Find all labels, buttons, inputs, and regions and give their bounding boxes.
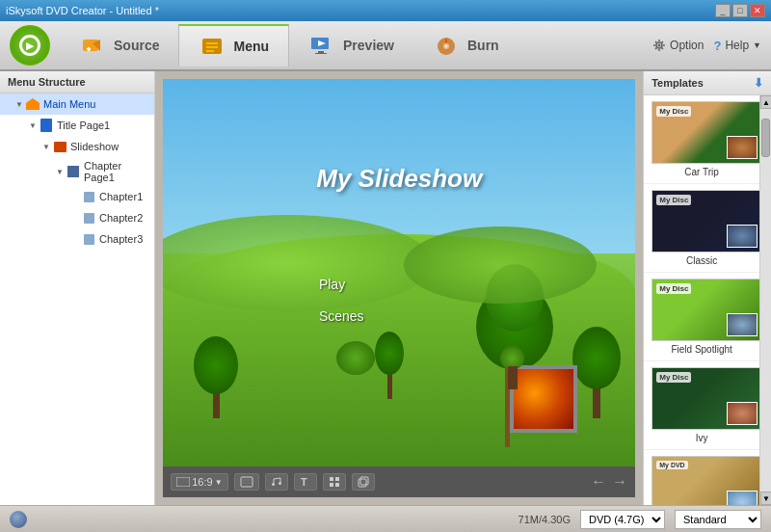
status-bar: 71M/4.30G DVD (4.7G) DVD (8.5G) Blu-ray … [0, 505, 771, 532]
mode-selector[interactable]: Standard High Quality Custom [675, 510, 761, 529]
tab-burn[interactable]: Burn [413, 24, 518, 66]
label-chapter3: Chapter3 [99, 233, 143, 245]
disc-type-select[interactable]: DVD (4.7G) DVD (8.5G) Blu-ray [580, 510, 665, 529]
template-preview-classic [727, 225, 758, 248]
template-badge-ivy: My Disc [656, 372, 691, 383]
text-button[interactable]: T [294, 473, 317, 491]
label-chapter2: Chapter2 [99, 212, 143, 224]
svg-point-12 [445, 45, 447, 47]
template-field-spotlight[interactable]: My Disc Field Spotlight [644, 273, 759, 361]
preview-scene: My Slideshow Play Scenes [163, 79, 635, 466]
tree-item-chapter-page1[interactable]: ▼ Chapter Page1 [0, 157, 154, 186]
aspect-ratio-value: 16:9 [192, 476, 212, 488]
status-left [10, 511, 27, 528]
template-ivy[interactable]: My Disc Ivy [644, 361, 759, 450]
svg-rect-8 [318, 51, 324, 53]
close-button[interactable]: ✕ [750, 4, 765, 17]
chapter-page-icon [66, 164, 81, 179]
tab-preview[interactable]: Preview [289, 24, 413, 66]
toolbar: ▶ Source Menu [0, 21, 771, 71]
svg-rect-9 [315, 53, 327, 54]
help-dropdown-icon: ▼ [753, 40, 761, 50]
preview-area: My Slideshow Play Scenes 16:9 ▼ [155, 71, 643, 505]
label-main-menu: Main Menu [43, 98, 95, 110]
label-slideshow: Slideshow [70, 141, 119, 152]
minimize-button[interactable]: _ [715, 4, 731, 17]
mode-select[interactable]: Standard High Quality Custom [675, 510, 761, 529]
svg-point-21 [279, 482, 281, 485]
tab-burn-label: Burn [467, 38, 499, 53]
template-name-car-trip: Car Trip [651, 167, 752, 177]
tree-item-title-page1[interactable]: ▼ Title Page1 [0, 115, 154, 136]
svg-rect-16 [177, 478, 189, 486]
disc-type-selector[interactable]: DVD (4.7G) DVD (8.5G) Blu-ray [580, 510, 665, 529]
tree-item-chapter1[interactable]: Chapter1 [0, 186, 154, 207]
template-dvd[interactable]: My DVD My DVD [644, 450, 759, 505]
tree-item-chapter3[interactable]: Chapter3 [0, 228, 154, 250]
help-icon: ? [713, 39, 721, 53]
template-badge-field-spotlight: My Disc [656, 283, 691, 294]
app-logo: ▶ [10, 25, 50, 66]
template-thumb-classic: My Disc [651, 190, 759, 253]
template-classic[interactable]: My Disc Classic [644, 184, 759, 273]
menu-item-play[interactable]: Play [319, 273, 364, 297]
tree-item-main-menu[interactable]: ▼ Main Menu [0, 93, 154, 115]
maximize-button[interactable]: □ [732, 4, 748, 17]
layout-button[interactable] [323, 473, 346, 491]
template-name-field-spotlight: Field Spotlight [651, 344, 752, 355]
template-name-classic: Classic [651, 255, 752, 266]
aspect-ratio-select[interactable]: 16:9 ▼ [171, 473, 227, 491]
svg-rect-27 [359, 479, 366, 487]
grid-icon [329, 476, 340, 488]
scroll-thumb[interactable] [761, 119, 770, 157]
label-chapter1: Chapter1 [99, 191, 143, 202]
title-bar-controls: _ □ ✕ [715, 4, 765, 17]
title-bar: iSkysoft DVD Creator - Untitled * _ □ ✕ [0, 0, 771, 21]
copy-button[interactable] [352, 473, 375, 491]
option-label: Option [670, 39, 704, 52]
main-content: Menu Structure ▼ Main Menu ▼ Title Page1… [0, 71, 771, 505]
tab-source[interactable]: Source [60, 24, 178, 66]
svg-rect-24 [335, 477, 339, 481]
svg-rect-28 [360, 477, 368, 485]
tab-preview-label: Preview [343, 38, 394, 53]
svg-point-14 [658, 44, 661, 47]
scroll-down-button[interactable]: ▼ [760, 492, 771, 505]
next-button[interactable]: → [612, 473, 627, 491]
arrow-main-menu: ▼ [13, 98, 25, 110]
svg-point-20 [272, 483, 275, 486]
tree-item-slideshow[interactable]: ▼ Slideshow [0, 136, 154, 157]
menu-item-scenes[interactable]: Scenes [319, 305, 364, 329]
tab-menu[interactable]: Menu [178, 24, 289, 66]
tab-source-label: Source [114, 38, 159, 53]
option-button[interactable]: Option [652, 39, 704, 52]
chapter-icon-3 [81, 231, 96, 247]
template-badge-dvd: My DVD [656, 461, 687, 469]
scroll-up-button[interactable]: ▲ [760, 95, 771, 109]
background-icon [240, 476, 253, 488]
home-icon [25, 96, 40, 112]
template-thumb-ivy: My Disc [651, 367, 759, 430]
audio-button[interactable] [265, 473, 288, 491]
background-button[interactable] [234, 473, 259, 491]
tab-menu-label: Menu [233, 39, 269, 54]
preview-icon [308, 32, 335, 59]
menu-structure-title: Menu Structure [0, 71, 154, 93]
template-preview-car-trip [727, 136, 758, 159]
thumbnail-frame [510, 365, 577, 433]
burn-icon [433, 32, 460, 59]
help-button[interactable]: ? Help ▼ [713, 39, 761, 53]
tree-item-chapter2[interactable]: Chapter2 [0, 207, 154, 228]
slideshow-icon [52, 139, 67, 154]
download-icon[interactable]: ⬇ [754, 76, 763, 90]
menu-items: Play Scenes [319, 273, 364, 329]
music-icon [271, 476, 282, 488]
prev-button[interactable]: ← [591, 473, 606, 491]
template-name-ivy: Ivy [651, 433, 752, 443]
title-bar-text: iSkysoft DVD Creator - Untitled * [6, 5, 159, 16]
arrow-slideshow: ▼ [40, 141, 52, 152]
template-car-trip[interactable]: My Disc Car Trip [644, 95, 759, 184]
svg-rect-17 [241, 477, 253, 487]
template-preview-field-spotlight [727, 313, 758, 336]
aspect-dropdown-icon: ▼ [215, 478, 223, 487]
